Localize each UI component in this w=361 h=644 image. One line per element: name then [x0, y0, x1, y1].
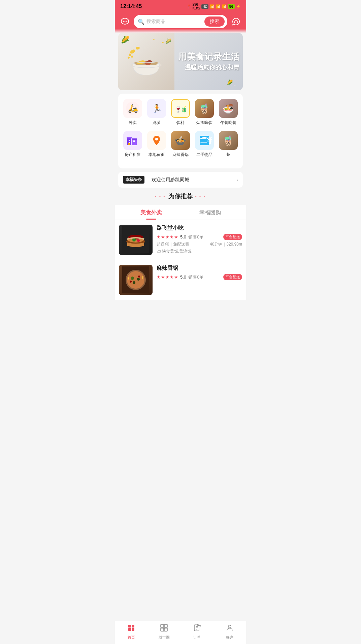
category-item-waimai[interactable]: 🛵 外卖: [121, 99, 145, 126]
wifi-icon: 📶: [210, 4, 215, 9]
tabs: 美食外卖 幸福团购: [115, 205, 246, 220]
food-delivery-badge-1: 平台配送: [223, 234, 242, 240]
food-list: 路飞堂小吃 ★★★★★ 5.0 销售0单 平台配送 起送¥0｜免配送费 40分钟…: [115, 220, 246, 300]
svg-point-44: [127, 271, 144, 289]
category-label-cha: 茶: [226, 152, 230, 158]
svg-rect-29: [133, 140, 135, 142]
food-item-2[interactable]: 麻辣香锅 ★★★★★ 5.0 销售0单 平台配送: [115, 260, 246, 300]
category-label-yanjiupindyin: 烟酒啤饮: [196, 120, 212, 126]
banner[interactable]: 🌽 🌽 ● ● 用美食记录生活 温暖治愈你的心和胃 🌽 —: [118, 33, 243, 90]
ticker-arrow-icon: ›: [236, 177, 238, 183]
food-delivery-badge-2: 平台配送: [223, 274, 242, 280]
location-icon: 📍: [187, 4, 191, 9]
food-image-1: [119, 225, 153, 255]
svg-rect-5: [237, 22, 238, 23]
category-item-paotui[interactable]: 🏃 跑腿: [145, 99, 169, 126]
food-delivery-info-1: 起送¥0｜免配送费 40分钟｜329.93m: [157, 242, 242, 247]
food-rating-row-1: ★★★★★ 5.0 销售0单 平台配送: [157, 234, 242, 240]
ticker-divider: [148, 177, 148, 183]
svg-rect-4: [234, 22, 235, 23]
svg-rect-25: [132, 139, 137, 145]
svg-text:🧃: 🧃: [180, 106, 187, 112]
category-label-fangchan: 房产租售: [125, 152, 141, 158]
ticker-text: 欢迎使用黔凯同城: [152, 177, 233, 183]
category-item-wancandiner[interactable]: 🍜 午餐晚餐: [216, 99, 240, 126]
food-info-1: 路飞堂小吃 ★★★★★ 5.0 销售0单 平台配送 起送¥0｜免配送费 40分钟…: [157, 225, 242, 255]
svg-point-40: [132, 238, 136, 242]
category-label-yinliao: 饮料: [176, 120, 185, 126]
category-item-yanjiupindyin[interactable]: 🧋 烟酒啤饮: [192, 99, 216, 126]
svg-text:🏃: 🏃: [152, 103, 162, 113]
news-ticker[interactable]: 幸福头条 欢迎使用黔凯同城 ›: [118, 172, 243, 188]
search-placeholder: 搜索商品: [146, 19, 204, 25]
food-name-2: 麻辣香锅: [157, 265, 242, 272]
banner-image: 🌽 🌽: [118, 33, 174, 90]
category-label-waimai: 外卖: [129, 120, 137, 126]
food-info-2: 麻辣香锅 ★★★★★ 5.0 销售0单 平台配送: [157, 265, 242, 295]
food-rating-row-2: ★★★★★ 5.0 销售0单 平台配送: [157, 274, 242, 280]
recommend-header: • • • 为你推荐 • • •: [115, 192, 246, 200]
svg-point-35: [207, 138, 208, 139]
battery-indicator: 86: [228, 4, 235, 9]
svg-rect-30: [128, 143, 130, 145]
status-icons: 📍 296KB/S HD 📶 📶 📶 86 ⚡: [187, 3, 241, 10]
tag-icon: 🏷: [157, 249, 161, 254]
food-sales-2: 销售0单: [188, 274, 204, 280]
svg-point-49: [130, 281, 132, 283]
svg-rect-27: [129, 140, 130, 141]
food-stars-2: ★★★★★: [157, 275, 178, 280]
food-image-2: [119, 265, 153, 295]
banner-text-line1: 用美食记录生活: [178, 52, 239, 62]
banner-text-area: 用美食记录生活 温暖治愈你的心和胃: [178, 52, 239, 71]
food-sales-1: 销售0单: [188, 234, 204, 240]
svg-point-15: [128, 57, 130, 59]
category-item-cha[interactable]: 🧋 茶: [216, 131, 240, 158]
svg-point-2: [125, 21, 126, 22]
tab-group[interactable]: 幸福团购: [180, 205, 239, 220]
search-bar[interactable]: 🔍 搜索商品 搜索: [134, 15, 227, 28]
svg-point-45: [131, 277, 134, 280]
svg-point-41: [137, 239, 140, 242]
recommend-dots-right: • • •: [195, 195, 206, 198]
food-name-1: 路飞堂小吃: [157, 225, 242, 232]
category-grid-row1: 🛵 外卖 🏃 跑腿 🍷 🧃 饮料: [121, 99, 240, 131]
food-rating-num-1: 5.0: [180, 234, 186, 239]
svg-point-14: [129, 54, 131, 56]
category-item-fangchan[interactable]: 房产租售: [121, 131, 145, 158]
status-bar: 12:14:45 📍 296KB/S HD 📶 📶 📶 86 ⚡: [115, 0, 246, 12]
signal-icon2: 📶: [222, 4, 227, 9]
svg-point-34: [200, 138, 202, 139]
recommend-dots-left: • • •: [155, 195, 166, 198]
food-item[interactable]: 路飞堂小吃 ★★★★★ 5.0 销售0单 平台配送 起送¥0｜免配送费 40分钟…: [115, 220, 246, 260]
category-item-yinliao[interactable]: 🍷 🧃 饮料: [169, 99, 193, 126]
ticker-badge: 幸福头条: [123, 176, 144, 184]
category-item-bendiyellow[interactable]: 本地黄页: [145, 131, 169, 158]
tab-food[interactable]: 美食外卖: [122, 205, 180, 220]
category-label-ershouwupin: 二手物品: [196, 152, 212, 158]
recommend-title: 为你推荐: [168, 192, 193, 200]
search-button[interactable]: 搜索: [204, 17, 225, 27]
data-speed: 296KB/S: [193, 3, 200, 10]
svg-rect-24: [127, 137, 132, 138]
category-item-ershouwupin[interactable]: 二手 二手物品: [192, 131, 216, 158]
svg-rect-26: [132, 138, 137, 140]
category-label-bendiyellow: 本地黄页: [149, 152, 165, 158]
food-tags-1: 🏷 快食盖饭,盖浇饭,: [157, 249, 242, 254]
signal-icon: 📶: [216, 4, 221, 9]
svg-rect-28: [129, 142, 130, 143]
header: 🔍 搜索商品 搜索: [115, 12, 246, 33]
category-section: 🛵 外卖 🏃 跑腿 🍷 🧃 饮料: [118, 94, 243, 168]
food-stars-1: ★★★★★: [157, 234, 178, 239]
svg-point-3: [126, 21, 127, 22]
banner-text-line2: 温暖治愈你的心和胃: [178, 64, 239, 72]
status-time: 12:14:45: [120, 3, 142, 9]
svg-point-16: [131, 56, 133, 58]
food-rating-num-2: 5.0: [180, 275, 186, 280]
category-label-wancandiner: 午餐晚餐: [220, 120, 236, 126]
customer-service-icon[interactable]: [230, 15, 242, 28]
svg-point-7: [136, 46, 140, 50]
charging-icon: ⚡: [236, 4, 241, 9]
category-item-malaxiangguo[interactable]: 🍲 麻辣香锅: [169, 131, 193, 158]
hd-badge: HD: [201, 4, 208, 9]
chat-icon[interactable]: [119, 15, 131, 28]
